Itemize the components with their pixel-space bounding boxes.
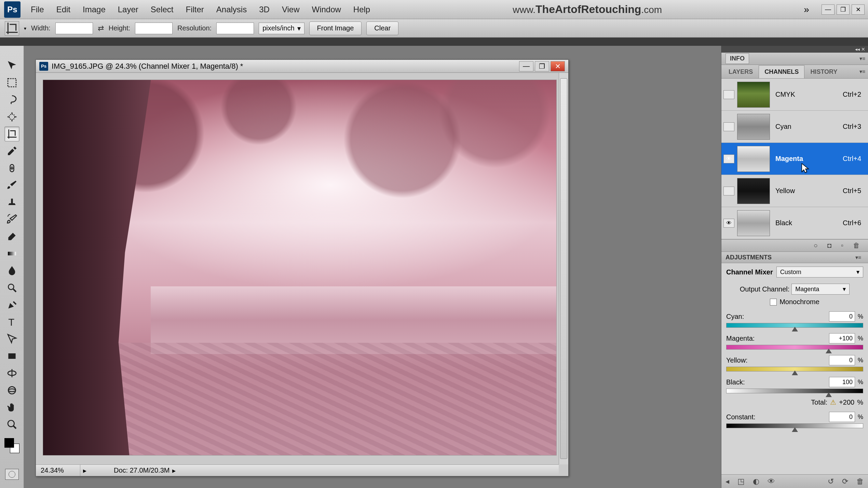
clone-stamp-tool[interactable] — [4, 195, 19, 210]
app-close-button[interactable]: ✕ — [852, 4, 865, 15]
visibility-toggle[interactable] — [723, 90, 734, 99]
doc-minimize-button[interactable]: ― — [519, 61, 533, 71]
gradient-tool[interactable] — [4, 246, 19, 261]
document-canvas[interactable] — [36, 73, 568, 476]
menu-image[interactable]: Image — [77, 5, 112, 14]
doc-maximize-button[interactable]: ❐ — [535, 61, 549, 71]
rectangle-tool[interactable] — [4, 349, 19, 364]
reset-icon[interactable]: ⟳ — [842, 477, 848, 486]
visibility-icon[interactable]: 👁 — [768, 477, 775, 486]
quickmask-toggle[interactable] — [5, 469, 19, 480]
channel-row-yellow[interactable]: Yellow Ctrl+5 — [721, 175, 868, 207]
quick-select-tool[interactable] — [4, 109, 19, 124]
visibility-toggle[interactable] — [723, 154, 734, 163]
panel-collapse-icon[interactable]: ◂◂ ✕ — [721, 46, 868, 53]
menu-window[interactable]: Window — [306, 5, 347, 14]
image-surface[interactable] — [43, 80, 557, 456]
resolution-units-select[interactable]: pixels/inch▾ — [259, 23, 304, 34]
menu-file[interactable]: File — [25, 5, 50, 14]
cyan-slider[interactable] — [726, 323, 863, 328]
save-selection-icon[interactable]: ◘ — [827, 242, 831, 249]
menu-view[interactable]: View — [276, 5, 306, 14]
new-channel-icon[interactable]: ▫ — [841, 242, 843, 249]
previous-state-icon[interactable]: ↺ — [828, 477, 834, 486]
menu-select[interactable]: Select — [145, 5, 180, 14]
channel-row-magenta[interactable]: Magenta Ctrl+4 — [721, 143, 868, 175]
slider-thumb[interactable] — [792, 327, 798, 331]
yellow-slider[interactable] — [726, 367, 863, 371]
black-value-input[interactable]: 100 — [829, 377, 855, 387]
clip-layer-icon[interactable]: ◐ — [753, 477, 759, 486]
crop-tool-preset-icon[interactable] — [5, 21, 19, 36]
constant-slider[interactable] — [726, 423, 863, 428]
history-brush-tool[interactable] — [4, 212, 19, 227]
doc-close-button[interactable]: ✕ — [551, 61, 565, 71]
expand-panels-icon[interactable]: » — [798, 4, 815, 15]
eyedropper-tool[interactable] — [4, 144, 19, 159]
menu-edit[interactable]: Edit — [50, 5, 77, 14]
menu-analysis[interactable]: Analysis — [210, 5, 253, 14]
slider-thumb[interactable] — [792, 370, 798, 375]
crop-resolution-input[interactable] — [216, 23, 254, 34]
status-menu-icon[interactable]: ▸ — [172, 466, 176, 475]
magenta-slider[interactable] — [726, 345, 863, 350]
hand-tool[interactable] — [4, 400, 19, 415]
color-swatches[interactable] — [4, 438, 19, 453]
delete-channel-icon[interactable]: 🗑 — [853, 242, 860, 249]
app-minimize-button[interactable]: ― — [822, 4, 835, 15]
black-slider[interactable] — [726, 389, 863, 393]
cyan-value-input[interactable]: 0 — [829, 311, 855, 322]
crop-tool[interactable] — [4, 126, 19, 141]
type-tool[interactable]: T — [4, 314, 19, 329]
slider-thumb[interactable] — [826, 349, 832, 353]
lasso-tool[interactable] — [4, 92, 19, 107]
menu-3d[interactable]: 3D — [253, 5, 276, 14]
channel-row-cmyk[interactable]: CMYK Ctrl+2 — [721, 79, 868, 111]
channel-thumbnail[interactable] — [737, 146, 770, 172]
zoom-level[interactable]: 24.34% — [36, 465, 80, 476]
info-panel-menu-icon[interactable]: ▾≡ — [859, 55, 865, 62]
channel-row-cyan[interactable]: Cyan Ctrl+3 — [721, 111, 868, 143]
blur-tool[interactable] — [4, 263, 19, 278]
healing-brush-tool[interactable] — [4, 161, 19, 176]
foreground-color-swatch[interactable] — [4, 438, 14, 448]
move-tool[interactable] — [4, 58, 19, 73]
expand-view-icon[interactable]: ◳ — [737, 477, 745, 486]
crop-height-input[interactable] — [135, 23, 173, 34]
tab-history[interactable]: HISTORY — [804, 65, 843, 78]
tab-layers[interactable]: LAYERS — [723, 65, 759, 78]
load-selection-icon[interactable]: ○ — [814, 242, 818, 249]
channel-row-black[interactable]: Black Ctrl+6 — [721, 207, 868, 239]
dodge-tool[interactable] — [4, 280, 19, 295]
crop-width-input[interactable] — [55, 23, 93, 34]
visibility-toggle[interactable] — [723, 187, 734, 195]
slider-thumb[interactable] — [792, 427, 798, 432]
monochrome-checkbox[interactable] — [770, 299, 777, 306]
preset-select[interactable]: Custom▾ — [776, 267, 863, 277]
chevron-down-icon[interactable]: ▾ — [24, 26, 26, 31]
brush-tool[interactable] — [4, 178, 19, 193]
visibility-toggle[interactable] — [723, 219, 734, 228]
clear-button[interactable]: Clear — [366, 22, 398, 35]
3d-orbit-tool[interactable] — [4, 383, 19, 398]
channel-thumbnail[interactable] — [737, 114, 770, 140]
document-size[interactable]: Doc: 27.0M/20.3M — [86, 466, 169, 474]
zoom-tool[interactable] — [4, 417, 19, 432]
menu-layer[interactable]: Layer — [112, 5, 145, 14]
constant-value-input[interactable]: 0 — [829, 412, 855, 422]
tab-info[interactable]: INFO — [725, 53, 749, 64]
tab-channels[interactable]: CHANNELS — [759, 65, 804, 78]
adjustments-menu-icon[interactable]: ▾≡ — [855, 254, 861, 261]
magenta-value-input[interactable]: +100 — [829, 333, 855, 343]
pen-tool[interactable] — [4, 297, 19, 312]
vertical-scroll-thumb[interactable] — [560, 78, 567, 459]
channel-thumbnail[interactable] — [737, 178, 770, 204]
channels-panel-menu-icon[interactable]: ▾≡ — [859, 68, 865, 75]
menu-help[interactable]: Help — [347, 5, 376, 14]
zoom-menu-icon[interactable]: ▸ — [83, 466, 86, 475]
channel-thumbnail[interactable] — [737, 82, 770, 108]
channel-thumbnail[interactable] — [737, 210, 770, 236]
output-channel-select[interactable]: Magenta▾ — [791, 284, 850, 295]
3d-rotate-tool[interactable] — [4, 366, 19, 381]
document-titlebar[interactable]: Ps IMG_9165.JPG @ 24.3% (Channel Mixer 1… — [36, 60, 568, 73]
